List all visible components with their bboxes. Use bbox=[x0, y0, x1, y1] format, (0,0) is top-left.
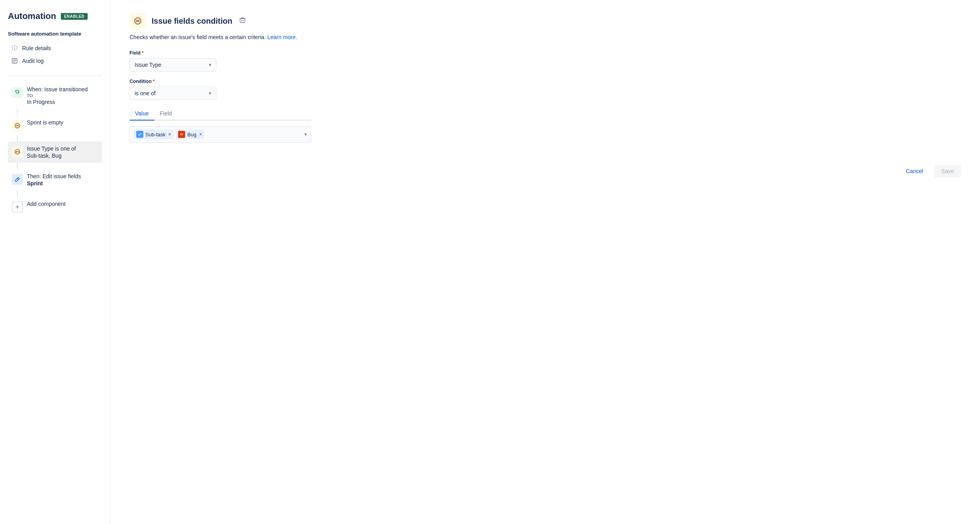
issue-type-detail: Sub-task, Bug bbox=[27, 153, 76, 159]
save-button[interactable]: Save bbox=[934, 165, 961, 177]
trigger-content: When: Issue transitioned TO In Progress bbox=[27, 86, 88, 105]
edit-content: Then: Edit issue fields Sprint bbox=[27, 173, 81, 187]
panel-icon bbox=[130, 13, 146, 29]
value-area-chevron-icon: ▾ bbox=[304, 132, 307, 137]
sprint-icon bbox=[12, 120, 23, 131]
enabled-badge: ENABLED bbox=[61, 13, 88, 20]
issue-type-label: Issue Type is one of bbox=[27, 145, 76, 152]
field-required: * bbox=[142, 50, 144, 56]
footer-row: Cancel Save bbox=[130, 158, 961, 177]
svg-rect-21 bbox=[181, 134, 182, 135]
bug-label: Bug bbox=[187, 132, 196, 138]
step-trigger[interactable]: When: Issue transitioned TO In Progress bbox=[8, 82, 102, 109]
sprint-label: Sprint is empty bbox=[27, 119, 64, 126]
field-label: Field * bbox=[130, 50, 961, 56]
connector-1 bbox=[17, 109, 18, 115]
learn-more-link[interactable]: Learn more. bbox=[267, 34, 297, 40]
rule-details-label: Rule details bbox=[22, 45, 51, 51]
step-sprint-empty[interactable]: Sprint is empty bbox=[8, 115, 102, 135]
field-value: Issue Type bbox=[135, 62, 161, 68]
template-label: Software automation template bbox=[8, 31, 102, 37]
panel-title: Issue fields condition bbox=[152, 17, 232, 26]
delete-icon[interactable] bbox=[239, 17, 246, 25]
tab-value[interactable]: Value bbox=[130, 107, 154, 121]
condition-chevron-icon: ▾ bbox=[209, 90, 211, 96]
sidebar-divider bbox=[8, 75, 102, 76]
step-add-component[interactable]: + Add component bbox=[8, 197, 102, 217]
condition-required: * bbox=[153, 79, 155, 84]
audit-log-label: Audit log bbox=[22, 58, 43, 64]
workflow-steps: When: Issue transitioned TO In Progress bbox=[8, 82, 102, 217]
field-chevron-icon: ▾ bbox=[209, 62, 211, 68]
sidebar-item-audit-log[interactable]: Audit log bbox=[8, 55, 102, 67]
step-issue-type[interactable]: Issue Type is one of Sub-task, Bug bbox=[8, 141, 102, 163]
subtask-remove[interactable]: × bbox=[168, 132, 171, 137]
edit-detail: Sprint bbox=[27, 180, 81, 187]
bug-icon bbox=[178, 131, 185, 138]
step-edit-issue[interactable]: Then: Edit issue fields Sprint bbox=[8, 169, 102, 190]
subtask-label: Sub-task bbox=[145, 132, 165, 138]
add-content: Add component bbox=[27, 201, 66, 207]
sidebar-item-rule-details[interactable]: ⓘ Rule details bbox=[8, 42, 102, 54]
condition-dropdown[interactable]: is one of ▾ bbox=[130, 87, 216, 100]
issue-type-content: Issue Type is one of Sub-task, Bug bbox=[27, 145, 76, 159]
panel-description: Checks whether an issue's field meets a … bbox=[130, 33, 961, 41]
panel-header: Issue fields condition bbox=[130, 13, 961, 29]
sidebar-nav: ⓘ Rule details Audit log bbox=[8, 42, 102, 67]
app-title: Automation bbox=[8, 11, 56, 21]
condition-value: is one of bbox=[135, 90, 156, 96]
svg-line-8 bbox=[17, 178, 19, 179]
trigger-sub: TO bbox=[27, 93, 88, 98]
sidebar: Automation ENABLED Software automation t… bbox=[0, 0, 111, 524]
connector-3 bbox=[17, 163, 18, 169]
edit-label: Then: Edit issue fields bbox=[27, 173, 81, 179]
value-input-area[interactable]: Sub-task × Bug × ▾ bbox=[130, 126, 311, 143]
sprint-content: Sprint is empty bbox=[27, 119, 64, 126]
issue-type-icon bbox=[12, 146, 23, 157]
trigger-icon bbox=[12, 87, 23, 98]
tabs-row: Value Field bbox=[130, 107, 311, 121]
tag-bug: Bug × bbox=[176, 130, 204, 139]
app-title-row: Automation ENABLED bbox=[8, 11, 102, 21]
field-dropdown[interactable]: Issue Type ▾ bbox=[130, 58, 216, 72]
audit-icon bbox=[11, 57, 18, 64]
subtask-icon bbox=[136, 131, 143, 138]
condition-section: Condition * is one of ▾ bbox=[130, 79, 961, 100]
add-icon: + bbox=[12, 202, 23, 213]
connector-2 bbox=[17, 135, 18, 141]
tab-field[interactable]: Field bbox=[154, 107, 177, 121]
svg-rect-22 bbox=[181, 135, 182, 136]
trigger-label: When: Issue transitioned bbox=[27, 86, 88, 92]
edit-icon bbox=[12, 174, 23, 185]
trigger-detail: In Progress bbox=[27, 99, 88, 105]
main-panel: Issue fields condition Checks whether an… bbox=[111, 0, 980, 524]
info-icon: ⓘ bbox=[11, 45, 18, 52]
field-section: Field * Issue Type ▾ bbox=[130, 50, 961, 72]
connector-4 bbox=[17, 190, 18, 197]
cancel-button[interactable]: Cancel bbox=[899, 165, 930, 177]
svg-rect-11 bbox=[240, 19, 245, 23]
add-label: Add component bbox=[27, 201, 66, 207]
condition-label: Condition * bbox=[130, 79, 961, 84]
tag-subtask: Sub-task × bbox=[134, 130, 173, 139]
bug-remove[interactable]: × bbox=[199, 132, 202, 137]
